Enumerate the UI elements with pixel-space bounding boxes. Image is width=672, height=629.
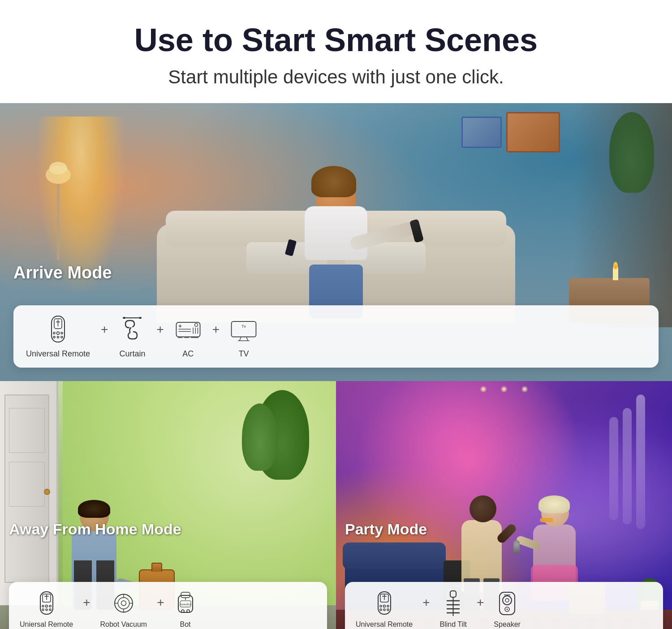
party-mode-panel: Party Mode bbox=[336, 381, 672, 629]
away-device-2: Robot Vacuum bbox=[100, 590, 147, 629]
svg-point-62 bbox=[383, 609, 385, 611]
arrive-device-2: Curtain bbox=[119, 314, 146, 359]
svg-point-36 bbox=[42, 605, 44, 607]
bot-icon: SwitchBot bbox=[174, 590, 197, 617]
arrive-device-4: Tv TV bbox=[230, 314, 257, 359]
arrive-mode-banner: Arrive Mode bbox=[0, 103, 672, 381]
svg-point-9 bbox=[53, 336, 55, 338]
curtain-icon bbox=[119, 314, 146, 346]
svg-rect-15 bbox=[139, 317, 142, 319]
away-plus-1: + bbox=[79, 595, 94, 610]
svg-point-77 bbox=[507, 608, 508, 610]
plus-1: + bbox=[97, 322, 112, 337]
svg-point-63 bbox=[380, 609, 382, 611]
arrive-device-3: AC bbox=[175, 314, 202, 359]
svg-point-40 bbox=[49, 609, 51, 611]
svg-point-35 bbox=[45, 605, 47, 607]
svg-point-61 bbox=[387, 605, 389, 607]
plus-2: + bbox=[153, 322, 167, 337]
svg-point-45 bbox=[121, 601, 126, 606]
blind-icon bbox=[442, 590, 465, 617]
away-device-3: SwitchBot Bot bbox=[174, 590, 197, 629]
arrive-device-4-label: TV bbox=[239, 349, 249, 359]
svg-point-44 bbox=[118, 598, 129, 609]
plant-decoration bbox=[609, 112, 654, 193]
svg-point-38 bbox=[46, 609, 47, 611]
svg-point-64 bbox=[387, 609, 389, 611]
remote-icon-party bbox=[373, 590, 396, 617]
remote-icon-away bbox=[35, 590, 58, 617]
svg-rect-14 bbox=[123, 317, 125, 319]
bottom-panels: Away From Home Mode bbox=[0, 381, 672, 629]
page-subtitle: Start multiple devices with just one cli… bbox=[9, 65, 663, 90]
svg-point-2 bbox=[49, 162, 67, 174]
vacuum-icon bbox=[112, 590, 135, 617]
svg-line-31 bbox=[246, 337, 248, 341]
party-device-2-label: Blind Tilt bbox=[440, 620, 467, 629]
party-device-1: Universal Remote bbox=[356, 590, 413, 629]
svg-point-17 bbox=[194, 324, 198, 327]
away-device-1-label: Uniersal Remote bbox=[20, 620, 73, 629]
party-device-1-label: Universal Remote bbox=[356, 620, 413, 629]
page-wrapper: Use to Start Smart Scenes Start multiple… bbox=[0, 0, 672, 629]
arrive-device-3-label: AC bbox=[182, 349, 194, 359]
page-title: Use to Start Smart Scenes bbox=[9, 22, 663, 58]
svg-point-8 bbox=[57, 336, 59, 338]
svg-point-10 bbox=[61, 336, 63, 338]
svg-rect-67 bbox=[450, 591, 456, 597]
away-mode-card: Uniersal Remote + bbox=[9, 582, 327, 629]
arrive-device-2-label: Curtain bbox=[119, 349, 145, 359]
svg-line-30 bbox=[240, 337, 241, 341]
svg-point-59 bbox=[383, 605, 385, 607]
svg-point-37 bbox=[49, 605, 51, 607]
ac-icon bbox=[175, 314, 202, 346]
arrive-mode-card: Universal Remote + bbox=[13, 305, 659, 368]
plus-3: + bbox=[209, 322, 223, 337]
party-plus-1: + bbox=[419, 595, 433, 610]
arrive-device-1: Universal Remote bbox=[26, 314, 90, 359]
party-plus-2: + bbox=[473, 595, 487, 610]
away-plus-2: + bbox=[153, 595, 168, 610]
svg-rect-0 bbox=[57, 179, 60, 260]
party-device-3: Speaker bbox=[494, 590, 521, 629]
arrive-mode-label: Arrive Mode bbox=[13, 263, 112, 282]
svg-text:Tv: Tv bbox=[241, 324, 246, 329]
party-device-3-label: Speaker bbox=[494, 620, 521, 629]
away-mode-panel: Away From Home Mode bbox=[0, 381, 336, 629]
remote-icon-arrive bbox=[45, 314, 72, 346]
svg-text:SwitchBot: SwitchBot bbox=[180, 603, 191, 606]
svg-point-74 bbox=[503, 596, 512, 605]
svg-rect-16 bbox=[176, 322, 200, 337]
party-mode-label: Party Mode bbox=[345, 521, 427, 538]
header-section: Use to Start Smart Scenes Start multiple… bbox=[0, 0, 672, 103]
away-device-1: Uniersal Remote bbox=[20, 590, 73, 629]
arrive-device-1-label: Universal Remote bbox=[26, 349, 90, 359]
svg-point-6 bbox=[53, 332, 55, 334]
svg-point-7 bbox=[61, 332, 63, 334]
svg-point-75 bbox=[505, 599, 509, 602]
away-mode-label: Away From Home Mode bbox=[9, 521, 181, 538]
tv-icon: Tv bbox=[230, 314, 257, 346]
party-mode-card: Universal Remote + bbox=[345, 582, 663, 629]
away-device-2-label: Robot Vacuum bbox=[100, 620, 147, 629]
svg-point-5 bbox=[57, 332, 60, 334]
party-device-2: Blind Tilt bbox=[440, 590, 467, 629]
lamp-icon bbox=[45, 126, 72, 260]
svg-point-39 bbox=[42, 609, 44, 611]
svg-point-60 bbox=[380, 605, 382, 607]
speaker-icon bbox=[496, 590, 518, 617]
away-device-3-label: Bot bbox=[180, 620, 191, 629]
